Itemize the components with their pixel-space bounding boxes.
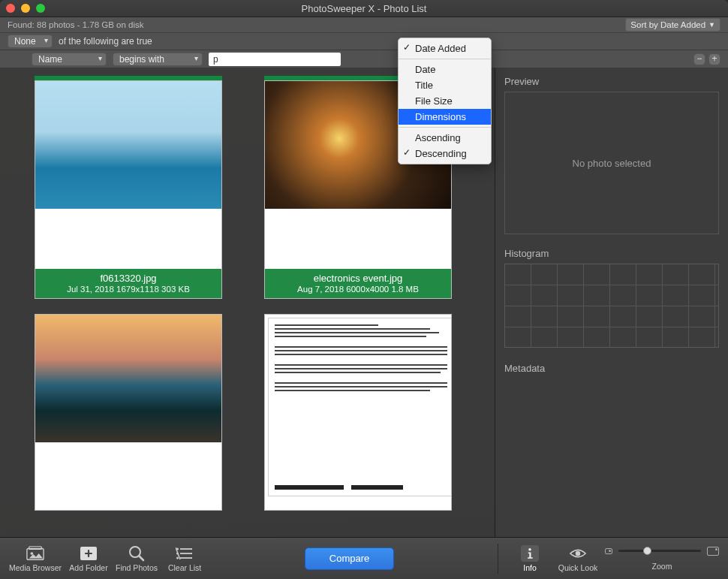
sort-option-title[interactable]: Title xyxy=(399,77,491,93)
zoom-control: Zoom xyxy=(605,547,719,571)
add-rule-button[interactable]: + xyxy=(708,53,720,65)
rule-buttons: − + xyxy=(693,53,720,65)
sort-button[interactable]: Sort by Date Added ▼ xyxy=(625,18,720,32)
add-folder-icon xyxy=(80,545,98,562)
zoom-in-icon[interactable] xyxy=(707,547,719,556)
info-button[interactable]: Info xyxy=(509,545,551,572)
clear-list-button[interactable]: Clear List xyxy=(164,545,206,572)
histogram-box xyxy=(504,264,719,348)
status-bar: Found: 88 photos - 1.78 GB on disk Sort … xyxy=(0,17,728,32)
traffic-lights xyxy=(6,4,45,13)
media-browser-icon xyxy=(26,545,44,562)
filter-bar-rule: Name begins with − + xyxy=(0,50,728,68)
svg-point-13 xyxy=(528,547,531,550)
preview-box: No photo selected xyxy=(504,92,719,234)
photo-card[interactable] xyxy=(35,314,222,511)
sort-order-descending[interactable]: Descending xyxy=(399,146,491,161)
photo-card[interactable]: f0613320.jpg Jul 31, 2018 1679x1118 303 … xyxy=(35,76,222,299)
zoom-slider[interactable] xyxy=(618,550,701,552)
main-area: f0613320.jpg Jul 31, 2018 1679x1118 303 … xyxy=(0,68,728,537)
info-icon xyxy=(521,545,539,562)
inspector-sidebar: Preview No photo selected Histogram Meta… xyxy=(495,68,728,537)
match-suffix-label: of the following are true xyxy=(59,36,152,47)
zoom-window-button[interactable] xyxy=(36,4,45,13)
svg-point-14 xyxy=(576,550,580,555)
filter-bar-match: None of the following are true xyxy=(0,32,728,50)
compare-button[interactable]: Compare xyxy=(305,547,394,570)
filter-value-input[interactable] xyxy=(209,53,341,66)
match-select[interactable]: None xyxy=(8,35,53,48)
sort-dropdown[interactable]: Date Added Date Title File Size Dimensio… xyxy=(398,38,492,164)
photo-metadata: Aug 7, 2018 6000x4000 1.8 MB xyxy=(268,285,448,294)
remove-rule-button[interactable]: − xyxy=(693,53,705,65)
window-title: PhotoSweeper X - Photo List xyxy=(0,3,728,14)
found-status: Found: 88 photos - 1.78 GB on disk xyxy=(8,20,144,29)
eye-icon xyxy=(569,545,587,562)
sort-order-ascending[interactable]: Ascending xyxy=(399,130,491,146)
photo-thumbnail xyxy=(268,318,452,496)
sort-button-label: Sort by Date Added xyxy=(630,20,705,29)
zoom-out-icon[interactable] xyxy=(605,548,612,554)
photo-filename: f0613320.jpg xyxy=(38,273,218,284)
minimize-window-button[interactable] xyxy=(21,4,30,13)
clear-list-icon xyxy=(176,545,194,562)
svg-line-5 xyxy=(140,556,144,560)
preview-heading: Preview xyxy=(495,68,728,92)
photo-metadata: Jul 31, 2018 1679x1118 303 KB xyxy=(38,285,218,294)
attribute-select[interactable]: Name xyxy=(32,53,107,66)
sort-option-date[interactable]: Date xyxy=(399,62,491,77)
bottom-toolbar: Media Browser Add Folder Find Photos Cle… xyxy=(0,537,728,579)
zoom-slider-knob[interactable] xyxy=(643,547,651,555)
svg-rect-1 xyxy=(29,546,42,549)
svg-point-11 xyxy=(176,556,179,559)
sort-option-file-size[interactable]: File Size xyxy=(399,93,491,109)
toolbar-separator xyxy=(498,544,498,574)
menu-separator xyxy=(399,59,491,59)
sort-option-date-added[interactable]: Date Added xyxy=(399,41,491,56)
metadata-heading: Metadata xyxy=(495,355,728,378)
titlebar: PhotoSweeper X - Photo List xyxy=(0,0,728,17)
photo-card[interactable] xyxy=(264,314,452,511)
search-icon xyxy=(128,545,146,562)
photo-filename: electronics event.jpg xyxy=(268,273,448,284)
close-window-button[interactable] xyxy=(6,4,15,13)
operator-select[interactable]: begins with xyxy=(113,53,203,66)
photo-thumbnail xyxy=(35,81,221,209)
sort-option-dimensions[interactable]: Dimensions xyxy=(399,109,491,125)
no-selection-label: No photo selected xyxy=(573,158,651,169)
quick-look-button[interactable]: Quick Look xyxy=(557,545,599,572)
media-browser-button[interactable]: Media Browser xyxy=(9,545,62,572)
photo-thumbnail xyxy=(35,315,221,442)
menu-separator xyxy=(399,127,491,128)
zoom-label: Zoom xyxy=(652,562,672,571)
add-folder-button[interactable]: Add Folder xyxy=(68,545,110,572)
histogram-heading: Histogram xyxy=(495,240,728,264)
chevron-down-icon: ▼ xyxy=(708,21,715,29)
svg-point-2 xyxy=(31,552,34,555)
find-photos-button[interactable]: Find Photos xyxy=(116,545,158,572)
